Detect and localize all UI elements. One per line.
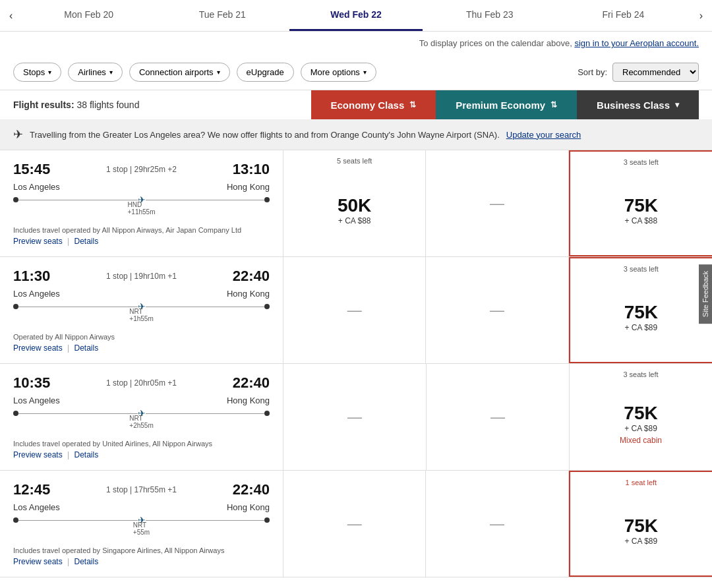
route-line-segment [18,520,138,521]
flights-container: 15:45 1 stop | 29hr25m +2 13:10 Los Ange… [0,150,712,577]
notice-bar: ✈ Travelling from the Greater Los Angele… [0,119,712,150]
stop-info: 1 stop | 20hr05m +1 [106,378,177,388]
route-line-segment [18,200,138,200]
class-tabs: Economy Class ⇅ Premium Economy ⇅ Busine… [311,90,699,119]
from-city: Los Angeles [13,502,60,512]
dest-dot [264,304,270,309]
operated-by: Operated by All Nippon Airways [13,333,270,341]
economy-price-cell: — [283,257,426,363]
business-class-tab[interactable]: Business Class ▾ [577,90,699,119]
premium-price-cell: — [426,150,568,256]
arrive-time: 22:40 [233,374,270,392]
links-row: Preview seats | Details [13,450,270,459]
details-link[interactable]: Details [74,450,99,459]
connection-airports-filter[interactable]: Connection airports ▾ [129,63,230,82]
links-row: Preview seats | Details [13,557,270,566]
arrive-time: 13:10 [233,161,270,178]
economy-price-cell: — [283,364,427,470]
route-line-segment [146,520,265,521]
depart-time: 15:45 [13,161,50,178]
cities-row: Los Angeles Hong Kong [13,289,270,299]
arrive-time: 22:40 [233,268,270,285]
route-line-segment [146,200,265,200]
no-price: — [490,302,504,319]
business-price-cell[interactable]: 3 seats left75K + CA $89Mixed cabin [570,364,712,470]
origin-dot [13,197,18,202]
business-price-cell[interactable]: 3 seats left75K + CA $89 [569,257,712,363]
signin-link[interactable]: sign in to your Aeroplan account. [574,38,699,48]
price-amount: 50K [338,195,371,216]
economy-class-tab[interactable]: Economy Class ⇅ [311,90,436,119]
sort-icon: ⇅ [550,100,557,109]
economy-price-cell: — [283,471,426,577]
chevron-down-icon: ▾ [363,69,367,76]
stop-info: 1 stop | 17hr55m +1 [106,485,177,494]
class-tabs-row: Flight results: 38 flights found Economy… [0,90,712,119]
cities-row: Los Angeles Hong Kong [13,502,270,512]
stop-label: HND+11h55m [128,201,156,216]
next-date-arrow[interactable]: › [690,3,712,28]
date-tab[interactable]: Tue Feb 21 [156,0,289,31]
price-fee: + CA $88 [338,216,371,225]
premium-price-cell: — [426,471,568,577]
update-search-link[interactable]: Update your search [506,130,581,140]
links-row: Preview seats | Details [13,343,270,353]
seats-left: 3 seats left [570,158,712,166]
stops-filter[interactable]: Stops ▾ [13,63,61,82]
operated-by: Includes travel operated by United Airli… [13,440,270,448]
sort-by: Sort by: Recommended [578,63,699,82]
eupgrade-filter[interactable]: eUpgrade [237,63,294,82]
plane-icon: ✈ [13,127,23,142]
preview-seats-link[interactable]: Preview seats [13,557,63,566]
business-price-cell[interactable]: 3 seats left75K + CA $88 [569,150,712,256]
to-city: Hong Kong [227,289,270,299]
flight-row: 12:45 1 stop | 17hr55m +1 22:40 Los Ange… [0,471,712,577]
no-price: — [347,409,362,426]
operated-by: Includes travel operated by Singapore Ai… [13,546,270,554]
date-tab[interactable]: Fri Feb 24 [556,0,690,31]
to-city: Hong Kong [227,396,270,405]
flight-row: 11:30 1 stop | 19hr10m +1 22:40 Los Ange… [0,257,712,364]
business-price-cell[interactable]: 1 seat left75K + CA $89 [569,471,712,577]
from-city: Los Angeles [13,182,60,192]
prev-date-arrow[interactable]: ‹ [0,3,22,28]
flight-info: 15:45 1 stop | 29hr25m +2 13:10 Los Ange… [0,150,283,256]
flight-info: 10:35 1 stop | 20hr05m +1 22:40 Los Ange… [0,364,283,470]
flight-results-label: Flight results: 38 flights found [13,100,311,110]
premium-economy-tab[interactable]: Premium Economy ⇅ [436,90,577,119]
stop-label: NRT+2h55m [129,415,153,429]
seats-left: 3 seats left [570,265,712,273]
date-tabs: Mon Feb 20Tue Feb 21Wed Feb 22Thu Feb 23… [22,0,690,31]
details-link[interactable]: Details [74,237,99,246]
dest-dot [264,197,270,202]
route-line: ✈ NRT+2h55m [13,408,270,419]
flight-time-row: 15:45 1 stop | 29hr25m +2 13:10 [13,161,270,178]
route-line-segment [18,307,138,307]
feedback-tab[interactable]: Site Feedback [699,264,712,324]
stop-label: NRT+55m [133,521,150,536]
preview-seats-link[interactable]: Preview seats [13,450,63,459]
flight-time-row: 11:30 1 stop | 19hr10m +1 22:40 [13,268,270,285]
date-tab[interactable]: Mon Feb 20 [22,0,156,31]
sort-icon: ⇅ [409,100,416,109]
no-price: — [347,515,362,533]
sort-select[interactable]: Recommended [612,63,699,82]
preview-seats-link[interactable]: Preview seats [13,237,63,246]
route-line-segment [146,413,265,414]
more-options-filter[interactable]: More options ▾ [301,63,376,82]
route-line: ✈ NRT+1h55m [13,301,270,312]
operated-by: Includes travel operated by All Nippon A… [13,226,270,234]
route-line-segment [18,413,138,414]
economy-price-cell[interactable]: 5 seats left50K + CA $88 [283,150,426,256]
date-navigation: ‹ Mon Feb 20Tue Feb 21Wed Feb 22Thu Feb … [0,0,712,32]
details-link[interactable]: Details [74,343,99,353]
details-link[interactable]: Details [74,557,99,566]
chevron-down-icon: ▾ [675,100,679,109]
preview-seats-link[interactable]: Preview seats [13,343,63,353]
flight-row: 10:35 1 stop | 20hr05m +1 22:40 Los Ange… [0,364,712,471]
airlines-filter[interactable]: Airlines ▾ [68,63,123,82]
date-tab[interactable]: Thu Feb 23 [423,0,556,31]
flight-info: 12:45 1 stop | 17hr55m +1 22:40 Los Ange… [0,471,283,577]
dest-dot [264,517,270,523]
date-tab[interactable]: Wed Feb 22 [289,0,423,31]
